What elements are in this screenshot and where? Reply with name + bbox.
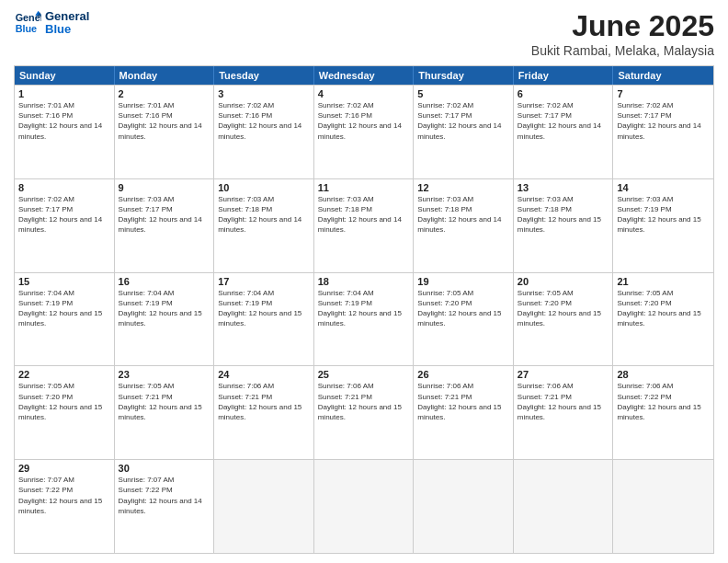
calendar-cell: 26Sunrise: 7:06 AMSunset: 7:21 PMDayligh… [414, 366, 514, 459]
logo-icon: General Blue [14, 9, 41, 37]
day-header-saturday: Saturday [613, 66, 713, 85]
page: General Blue General Blue June 2025 Buki… [0, 0, 728, 563]
day-header-tuesday: Tuesday [214, 66, 314, 85]
day-info: Sunrise: 7:04 AMSunset: 7:19 PMDaylight:… [119, 288, 210, 329]
day-number: 11 [318, 182, 410, 193]
calendar-week-2: 8Sunrise: 7:02 AMSunset: 7:17 PMDaylight… [15, 178, 713, 272]
calendar-cell: 11Sunrise: 7:03 AMSunset: 7:18 PMDayligh… [314, 179, 415, 272]
calendar-cell: 27Sunrise: 7:06 AMSunset: 7:21 PMDayligh… [514, 366, 614, 459]
calendar-cell: 30Sunrise: 7:07 AMSunset: 7:22 PMDayligh… [115, 460, 215, 553]
day-number: 24 [218, 369, 310, 380]
logo-blue: Blue [45, 23, 89, 36]
day-number: 8 [18, 182, 110, 193]
calendar-cell: 3Sunrise: 7:02 AMSunset: 7:16 PMDaylight… [214, 86, 314, 178]
day-info: Sunrise: 7:06 AMSunset: 7:21 PMDaylight:… [518, 381, 609, 422]
calendar-cell: 20Sunrise: 7:05 AMSunset: 7:20 PMDayligh… [514, 273, 614, 366]
day-number: 7 [617, 88, 710, 99]
calendar-cell: 29Sunrise: 7:07 AMSunset: 7:22 PMDayligh… [15, 460, 115, 553]
day-number: 18 [318, 276, 410, 287]
calendar-cell [214, 460, 314, 553]
svg-text:Blue: Blue [16, 23, 37, 34]
day-number: 3 [218, 88, 310, 99]
day-number: 13 [518, 182, 609, 193]
calendar-cell: 8Sunrise: 7:02 AMSunset: 7:17 PMDaylight… [15, 179, 115, 272]
calendar: SundayMondayTuesdayWednesdayThursdayFrid… [14, 65, 714, 554]
day-info: Sunrise: 7:01 AMSunset: 7:16 PMDaylight:… [119, 100, 210, 142]
day-number: 20 [518, 276, 609, 287]
month-title: June 2025 [531, 9, 714, 43]
day-info: Sunrise: 7:06 AMSunset: 7:21 PMDaylight:… [218, 381, 310, 422]
calendar-cell: 25Sunrise: 7:06 AMSunset: 7:21 PMDayligh… [314, 366, 415, 459]
day-info: Sunrise: 7:07 AMSunset: 7:22 PMDaylight:… [119, 475, 210, 516]
calendar-cell: 2Sunrise: 7:01 AMSunset: 7:16 PMDaylight… [115, 86, 215, 178]
day-header-monday: Monday [115, 66, 215, 85]
day-number: 22 [18, 369, 110, 380]
calendar-cell: 19Sunrise: 7:05 AMSunset: 7:20 PMDayligh… [414, 273, 514, 366]
day-number: 25 [318, 369, 410, 380]
day-number: 12 [417, 182, 509, 193]
day-info: Sunrise: 7:05 AMSunset: 7:20 PMDaylight:… [417, 288, 509, 329]
day-info: Sunrise: 7:06 AMSunset: 7:21 PMDaylight:… [417, 381, 509, 422]
day-number: 29 [18, 463, 110, 474]
day-number: 5 [417, 88, 509, 99]
calendar-cell: 6Sunrise: 7:02 AMSunset: 7:17 PMDaylight… [514, 86, 614, 178]
day-number: 4 [318, 88, 410, 99]
day-info: Sunrise: 7:02 AMSunset: 7:16 PMDaylight:… [218, 100, 310, 142]
day-info: Sunrise: 7:05 AMSunset: 7:20 PMDaylight:… [18, 381, 110, 422]
logo-general: General [45, 10, 89, 23]
day-info: Sunrise: 7:04 AMSunset: 7:19 PMDaylight:… [218, 288, 310, 329]
calendar-cell [314, 460, 415, 553]
day-info: Sunrise: 7:01 AMSunset: 7:16 PMDaylight:… [18, 100, 110, 142]
calendar-cell: 5Sunrise: 7:02 AMSunset: 7:17 PMDaylight… [414, 86, 514, 178]
day-number: 2 [119, 88, 210, 99]
header: General Blue General Blue June 2025 Buki… [14, 9, 714, 58]
day-header-thursday: Thursday [414, 66, 514, 85]
day-info: Sunrise: 7:03 AMSunset: 7:18 PMDaylight:… [417, 194, 509, 236]
day-number: 19 [417, 276, 509, 287]
day-info: Sunrise: 7:05 AMSunset: 7:21 PMDaylight:… [119, 381, 210, 422]
day-info: Sunrise: 7:03 AMSunset: 7:18 PMDaylight:… [518, 194, 609, 236]
day-info: Sunrise: 7:05 AMSunset: 7:20 PMDaylight:… [518, 288, 609, 329]
day-info: Sunrise: 7:02 AMSunset: 7:17 PMDaylight:… [518, 100, 609, 142]
day-number: 27 [518, 369, 609, 380]
calendar-cell: 1Sunrise: 7:01 AMSunset: 7:16 PMDaylight… [15, 86, 115, 178]
calendar-cell: 4Sunrise: 7:02 AMSunset: 7:16 PMDaylight… [314, 86, 415, 178]
day-info: Sunrise: 7:06 AMSunset: 7:21 PMDaylight:… [318, 381, 410, 422]
calendar-body: 1Sunrise: 7:01 AMSunset: 7:16 PMDaylight… [15, 85, 713, 553]
day-info: Sunrise: 7:03 AMSunset: 7:18 PMDaylight:… [218, 194, 310, 236]
day-info: Sunrise: 7:04 AMSunset: 7:19 PMDaylight:… [318, 288, 410, 329]
day-info: Sunrise: 7:07 AMSunset: 7:22 PMDaylight:… [18, 475, 110, 516]
calendar-cell: 13Sunrise: 7:03 AMSunset: 7:18 PMDayligh… [514, 179, 614, 272]
day-info: Sunrise: 7:05 AMSunset: 7:20 PMDaylight:… [617, 288, 710, 329]
day-number: 1 [18, 88, 110, 99]
calendar-week-3: 15Sunrise: 7:04 AMSunset: 7:19 PMDayligh… [15, 272, 713, 366]
day-header-wednesday: Wednesday [314, 66, 415, 85]
calendar-cell: 22Sunrise: 7:05 AMSunset: 7:20 PMDayligh… [15, 366, 115, 459]
calendar-week-4: 22Sunrise: 7:05 AMSunset: 7:20 PMDayligh… [15, 365, 713, 459]
calendar-header: SundayMondayTuesdayWednesdayThursdayFrid… [15, 66, 713, 85]
calendar-cell [613, 460, 713, 553]
calendar-cell: 28Sunrise: 7:06 AMSunset: 7:22 PMDayligh… [613, 366, 713, 459]
day-number: 16 [119, 276, 210, 287]
day-info: Sunrise: 7:02 AMSunset: 7:17 PMDaylight:… [417, 100, 509, 142]
day-info: Sunrise: 7:02 AMSunset: 7:16 PMDaylight:… [318, 100, 410, 142]
day-number: 6 [518, 88, 609, 99]
calendar-cell [414, 460, 514, 553]
day-number: 26 [417, 369, 509, 380]
day-info: Sunrise: 7:02 AMSunset: 7:17 PMDaylight:… [617, 100, 710, 142]
calendar-cell: 15Sunrise: 7:04 AMSunset: 7:19 PMDayligh… [15, 273, 115, 366]
day-number: 15 [18, 276, 110, 287]
day-number: 23 [119, 369, 210, 380]
day-info: Sunrise: 7:03 AMSunset: 7:19 PMDaylight:… [617, 194, 710, 236]
location-title: Bukit Rambai, Melaka, Malaysia [531, 43, 714, 58]
day-number: 28 [617, 369, 710, 380]
calendar-cell: 17Sunrise: 7:04 AMSunset: 7:19 PMDayligh… [214, 273, 314, 366]
calendar-week-1: 1Sunrise: 7:01 AMSunset: 7:16 PMDaylight… [15, 85, 713, 178]
calendar-cell: 16Sunrise: 7:04 AMSunset: 7:19 PMDayligh… [115, 273, 215, 366]
calendar-cell: 23Sunrise: 7:05 AMSunset: 7:21 PMDayligh… [115, 366, 215, 459]
calendar-cell: 12Sunrise: 7:03 AMSunset: 7:18 PMDayligh… [414, 179, 514, 272]
logo: General Blue General Blue [14, 9, 89, 37]
day-info: Sunrise: 7:03 AMSunset: 7:17 PMDaylight:… [119, 194, 210, 236]
day-number: 10 [218, 182, 310, 193]
day-header-sunday: Sunday [15, 66, 115, 85]
